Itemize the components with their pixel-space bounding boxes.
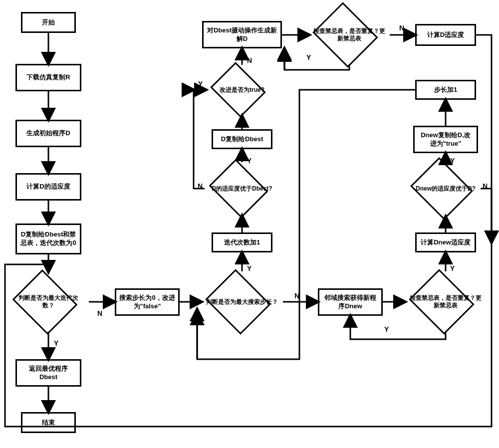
- label-n: N: [399, 24, 404, 32]
- label-n: N: [483, 182, 488, 190]
- label-y: Y: [247, 264, 251, 272]
- node-step-plus1: 步长加1: [415, 80, 476, 100]
- node-end: 结束: [21, 412, 76, 433]
- label-y: Y: [384, 325, 389, 333]
- label-y: Y: [450, 157, 455, 165]
- label-n: N: [247, 56, 252, 64]
- node-start: 开始: [21, 12, 76, 33]
- label-y: Y: [54, 339, 58, 347]
- node-neighbor-search: 邻域搜索获得新程序Dnew: [318, 288, 383, 316]
- node-calc-dnew-fit: 计算Dnew适应度: [415, 232, 476, 252]
- node-dnew-copy: Dnew复制给D,改进为"true": [413, 126, 478, 153]
- label-y: Y: [198, 80, 203, 88]
- label-n: N: [294, 292, 299, 300]
- node-step0: 搜索步长为0，改进为"false": [115, 288, 180, 316]
- node-download-r: 下载仿真复制R: [15, 64, 81, 91]
- label-n: N: [198, 182, 203, 190]
- node-return-dbest: 返回最优程序Dbest: [15, 359, 81, 387]
- label-y: Y: [306, 53, 311, 61]
- label-n: N: [97, 309, 102, 317]
- node-copy-dbest: D复制给Dbest和禁忌表，迭代次数为0: [15, 224, 81, 254]
- node-init-d: 生成初始程序D: [15, 120, 81, 147]
- node-perturb-dbest: 对Dbest摄动操作生成新解D: [202, 21, 282, 48]
- label-y: Y: [247, 157, 251, 165]
- node-copy-d-to-dbest: D复制给Dbest: [212, 129, 272, 149]
- node-calc-d-fit2: 计算D适应度: [415, 24, 476, 46]
- label-y: Y: [450, 264, 455, 272]
- node-calc-d-fitness: 计算D的适应度: [15, 173, 81, 201]
- node-iter-plus1: 迭代次数加1: [212, 232, 272, 252]
